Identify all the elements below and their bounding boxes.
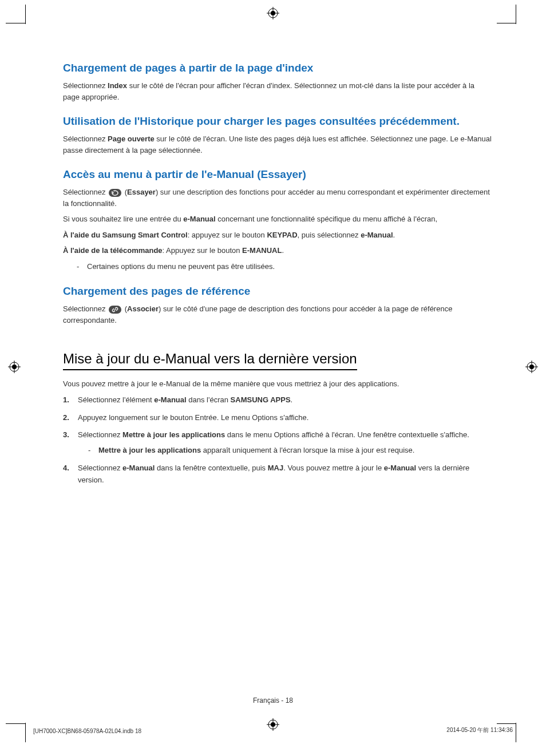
crop-mark bbox=[516, 723, 516, 742]
paragraph: Vous pouvez mettre à jour le e-Manual de… bbox=[63, 378, 492, 390]
step-item: Sélectionnez Mettre à jour les applicati… bbox=[63, 429, 492, 457]
heading-update: Mise à jour du e-Manual vers la dernière… bbox=[63, 351, 357, 370]
page-footer-right: 2014-05-20 午前 11:34:36 bbox=[446, 726, 513, 734]
crop-mark bbox=[6, 23, 25, 23]
step-item: Appuyez longuement sur le bouton Entrée.… bbox=[63, 412, 492, 424]
registration-mark-icon bbox=[267, 7, 279, 19]
page-footer-center: Français - 18 bbox=[0, 696, 546, 704]
step-item: Sélectionnez e-Manual dans la fenêtre co… bbox=[63, 462, 492, 486]
sub-note-item: Mettre à jour les applications apparaît … bbox=[88, 445, 492, 457]
registration-mark-icon bbox=[525, 361, 538, 373]
step-item: Sélectionnez l'élément e-Manual dans l'é… bbox=[63, 394, 492, 406]
registration-mark-icon bbox=[8, 361, 21, 373]
paragraph: À l'aide du Samsung Smart Control: appuy… bbox=[63, 229, 492, 241]
sub-note: Mettre à jour les applications apparaît … bbox=[78, 445, 492, 457]
crop-mark bbox=[25, 5, 26, 24]
crop-mark bbox=[6, 723, 25, 724]
crop-mark bbox=[497, 723, 516, 724]
note-item: Certaines options du menu ne peuvent pas… bbox=[77, 261, 492, 273]
paragraph: À l'aide de la télécommande: Appuyez sur… bbox=[63, 245, 492, 256]
paragraph: Sélectionnez (Essayer) sur une descripti… bbox=[63, 187, 492, 209]
document-page: Chargement de pages à partir de la page … bbox=[0, 0, 546, 756]
crop-mark bbox=[516, 5, 516, 24]
heading-reference: Chargement des pages de référence bbox=[63, 285, 492, 298]
page-footer-left: [UH7000-XC]BN68-05978A-02L04.indb 18 bbox=[33, 728, 141, 734]
note-list: Certaines options du menu ne peuvent pas… bbox=[63, 261, 492, 273]
registration-mark-icon bbox=[267, 718, 279, 731]
heading-history: Utilisation de l'Historique pour charger… bbox=[63, 115, 492, 128]
page-content: Chargement de pages à partir de la page … bbox=[63, 62, 492, 492]
paragraph: Sélectionnez (Associer) sur le côté d'un… bbox=[63, 303, 492, 326]
link-icon bbox=[109, 306, 121, 314]
try-icon bbox=[109, 189, 121, 197]
paragraph: Sélectionnez Index sur le côté de l'écra… bbox=[63, 80, 492, 102]
crop-mark bbox=[25, 723, 26, 742]
steps-list: Sélectionnez l'élément e-Manual dans l'é… bbox=[63, 394, 492, 486]
crop-mark bbox=[497, 23, 516, 23]
paragraph: Si vous souhaitez lire une entrée du e-M… bbox=[63, 213, 492, 225]
paragraph: Sélectionnez Page ouverte sur le côté de… bbox=[63, 133, 492, 156]
heading-access-menu: Accès au menu à partir de l'e-Manual (Es… bbox=[63, 168, 492, 181]
heading-load-index: Chargement de pages à partir de la page … bbox=[63, 62, 492, 74]
